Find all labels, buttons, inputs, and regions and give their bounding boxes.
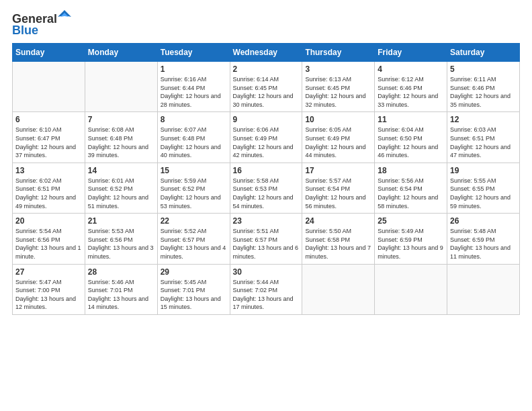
day-info: Sunrise: 5:51 AMSunset: 6:57 PMDaylight:…	[233, 227, 300, 261]
day-info: Sunrise: 6:03 AMSunset: 6:51 PMDaylight:…	[450, 126, 517, 159]
logo: General Blue	[12, 12, 71, 38]
calendar-cell: 20Sunrise: 5:54 AMSunset: 6:56 PMDayligh…	[13, 214, 85, 264]
day-info: Sunrise: 6:05 AMSunset: 6:49 PMDaylight:…	[305, 126, 371, 159]
calendar-cell: 14Sunrise: 6:01 AMSunset: 6:52 PMDayligh…	[85, 163, 157, 213]
weekday-header-row: SundayMondayTuesdayWednesdayThursdayFrid…	[13, 44, 520, 62]
day-number: 3	[305, 64, 371, 74]
calendar-cell: 5Sunrise: 6:11 AMSunset: 6:46 PMDaylight…	[447, 62, 520, 112]
day-info: Sunrise: 5:47 AMSunset: 7:00 PMDaylight:…	[15, 278, 82, 312]
calendar-cell: 23Sunrise: 5:51 AMSunset: 6:57 PMDayligh…	[230, 214, 302, 264]
weekday-header-saturday: Saturday	[447, 44, 520, 62]
day-number: 9	[233, 115, 300, 124]
weekday-header-thursday: Thursday	[302, 44, 375, 62]
day-info: Sunrise: 6:12 AMSunset: 6:46 PMDaylight:…	[378, 75, 444, 109]
calendar-cell: 3Sunrise: 6:13 AMSunset: 6:45 PMDaylight…	[302, 62, 375, 112]
calendar-cell	[447, 264, 520, 314]
calendar-cell: 19Sunrise: 5:55 AMSunset: 6:55 PMDayligh…	[447, 163, 520, 213]
day-info: Sunrise: 6:11 AMSunset: 6:46 PMDaylight:…	[450, 75, 517, 109]
day-number: 4	[378, 64, 444, 74]
day-number: 2	[233, 64, 300, 74]
day-number: 7	[88, 115, 154, 124]
day-number: 13	[15, 166, 82, 175]
calendar-table: SundayMondayTuesdayWednesdayThursdayFrid…	[12, 43, 520, 315]
day-info: Sunrise: 5:57 AMSunset: 6:54 PMDaylight:…	[305, 177, 371, 210]
day-number: 1	[161, 64, 227, 74]
day-info: Sunrise: 6:04 AMSunset: 6:50 PMDaylight:…	[378, 126, 444, 159]
weekday-header-sunday: Sunday	[13, 44, 85, 62]
day-number: 15	[161, 166, 227, 175]
calendar-cell	[13, 62, 85, 112]
day-number: 17	[305, 166, 371, 175]
week-row-3: 13Sunrise: 6:02 AMSunset: 6:51 PMDayligh…	[13, 163, 520, 213]
calendar-cell: 15Sunrise: 5:59 AMSunset: 6:52 PMDayligh…	[157, 163, 230, 213]
calendar-cell: 17Sunrise: 5:57 AMSunset: 6:54 PMDayligh…	[302, 163, 375, 213]
day-info: Sunrise: 6:07 AMSunset: 6:48 PMDaylight:…	[161, 126, 227, 159]
calendar-cell	[85, 62, 157, 112]
calendar-cell	[375, 264, 447, 314]
day-info: Sunrise: 5:53 AMSunset: 6:56 PMDaylight:…	[88, 227, 154, 261]
calendar-cell: 12Sunrise: 6:03 AMSunset: 6:51 PMDayligh…	[447, 112, 520, 163]
day-info: Sunrise: 6:06 AMSunset: 6:49 PMDaylight:…	[233, 126, 300, 159]
header: General Blue	[12, 12, 520, 38]
day-number: 14	[88, 166, 154, 175]
calendar-cell: 28Sunrise: 5:46 AMSunset: 7:01 PMDayligh…	[85, 264, 157, 314]
week-row-4: 20Sunrise: 5:54 AMSunset: 6:56 PMDayligh…	[13, 214, 520, 264]
day-info: Sunrise: 6:01 AMSunset: 6:52 PMDaylight:…	[88, 177, 154, 210]
calendar-cell: 10Sunrise: 6:05 AMSunset: 6:49 PMDayligh…	[302, 112, 375, 163]
day-number: 18	[378, 166, 444, 175]
day-number: 30	[233, 267, 300, 277]
day-number: 11	[378, 115, 444, 124]
calendar-cell: 25Sunrise: 5:49 AMSunset: 6:59 PMDayligh…	[375, 214, 447, 264]
day-number: 19	[450, 166, 517, 175]
day-number: 28	[88, 267, 154, 277]
day-number: 20	[15, 216, 82, 226]
day-number: 22	[161, 216, 227, 226]
day-number: 27	[15, 267, 82, 277]
day-number: 26	[450, 216, 517, 226]
day-info: Sunrise: 6:13 AMSunset: 6:45 PMDaylight:…	[305, 75, 371, 109]
day-info: Sunrise: 6:14 AMSunset: 6:45 PMDaylight:…	[233, 75, 300, 109]
calendar-cell: 24Sunrise: 5:50 AMSunset: 6:58 PMDayligh…	[302, 214, 375, 264]
calendar-cell: 26Sunrise: 5:48 AMSunset: 6:59 PMDayligh…	[447, 214, 520, 264]
week-row-1: 1Sunrise: 6:16 AMSunset: 6:44 PMDaylight…	[13, 62, 520, 112]
day-info: Sunrise: 5:54 AMSunset: 6:56 PMDaylight:…	[15, 227, 82, 261]
calendar-cell: 13Sunrise: 6:02 AMSunset: 6:51 PMDayligh…	[13, 163, 85, 213]
day-number: 25	[378, 216, 444, 226]
day-number: 5	[450, 64, 517, 74]
day-info: Sunrise: 6:10 AMSunset: 6:47 PMDaylight:…	[15, 126, 82, 159]
day-info: Sunrise: 5:44 AMSunset: 7:02 PMDaylight:…	[233, 278, 300, 312]
day-number: 12	[450, 115, 517, 124]
calendar-cell: 9Sunrise: 6:06 AMSunset: 6:49 PMDaylight…	[230, 112, 302, 163]
calendar-cell: 2Sunrise: 6:14 AMSunset: 6:45 PMDaylight…	[230, 62, 302, 112]
day-info: Sunrise: 5:46 AMSunset: 7:01 PMDaylight:…	[88, 278, 154, 312]
week-row-2: 6Sunrise: 6:10 AMSunset: 6:47 PMDaylight…	[13, 112, 520, 163]
calendar-cell: 30Sunrise: 5:44 AMSunset: 7:02 PMDayligh…	[230, 264, 302, 314]
day-info: Sunrise: 5:58 AMSunset: 6:53 PMDaylight:…	[233, 177, 300, 210]
calendar-cell: 8Sunrise: 6:07 AMSunset: 6:48 PMDaylight…	[157, 112, 230, 163]
calendar-cell: 29Sunrise: 5:45 AMSunset: 7:01 PMDayligh…	[157, 264, 230, 314]
day-number: 29	[161, 267, 227, 277]
day-number: 24	[305, 216, 371, 226]
day-info: Sunrise: 5:52 AMSunset: 6:57 PMDaylight:…	[161, 227, 227, 261]
calendar-cell: 6Sunrise: 6:10 AMSunset: 6:47 PMDaylight…	[13, 112, 85, 163]
day-info: Sunrise: 5:56 AMSunset: 6:54 PMDaylight:…	[378, 177, 444, 210]
weekday-header-monday: Monday	[85, 44, 157, 62]
day-info: Sunrise: 6:08 AMSunset: 6:48 PMDaylight:…	[88, 126, 154, 159]
calendar-cell: 11Sunrise: 6:04 AMSunset: 6:50 PMDayligh…	[375, 112, 447, 163]
calendar-cell: 16Sunrise: 5:58 AMSunset: 6:53 PMDayligh…	[230, 163, 302, 213]
day-number: 21	[88, 216, 154, 226]
weekday-header-wednesday: Wednesday	[230, 44, 302, 62]
week-row-5: 27Sunrise: 5:47 AMSunset: 7:00 PMDayligh…	[13, 264, 520, 314]
calendar-cell: 4Sunrise: 6:12 AMSunset: 6:46 PMDaylight…	[375, 62, 447, 112]
day-info: Sunrise: 5:59 AMSunset: 6:52 PMDaylight:…	[161, 177, 227, 210]
calendar-cell: 22Sunrise: 5:52 AMSunset: 6:57 PMDayligh…	[157, 214, 230, 264]
weekday-header-friday: Friday	[375, 44, 447, 62]
calendar-cell: 27Sunrise: 5:47 AMSunset: 7:00 PMDayligh…	[13, 264, 85, 314]
page: General Blue SundayMondayTuesdayWednesda…	[0, 0, 532, 411]
calendar-cell: 7Sunrise: 6:08 AMSunset: 6:48 PMDaylight…	[85, 112, 157, 163]
day-number: 23	[233, 216, 300, 226]
day-info: Sunrise: 5:49 AMSunset: 6:59 PMDaylight:…	[378, 227, 444, 261]
day-info: Sunrise: 6:02 AMSunset: 6:51 PMDaylight:…	[15, 177, 82, 210]
weekday-header-tuesday: Tuesday	[157, 44, 230, 62]
day-number: 6	[15, 115, 82, 124]
